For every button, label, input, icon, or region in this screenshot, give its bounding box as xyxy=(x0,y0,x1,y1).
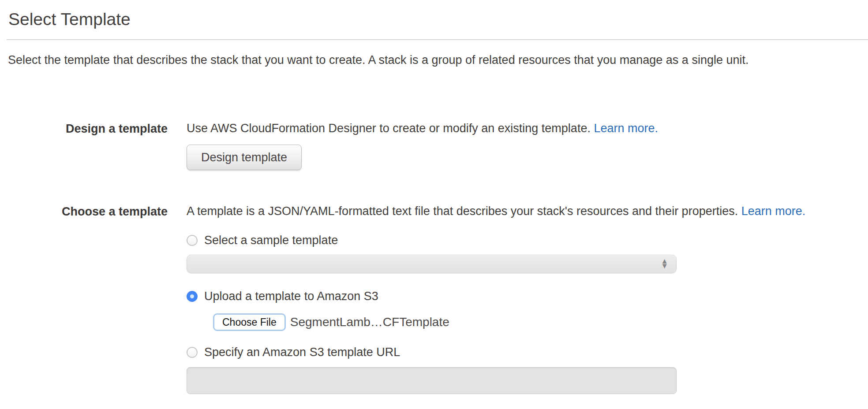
page-title: Select Template xyxy=(0,0,868,29)
select-template-page: Select Template Select the template that… xyxy=(0,0,868,409)
file-upload-row: Choose File SegmentLamb…CFTemplate xyxy=(213,313,868,331)
design-template-description-text: Use AWS CloudFormation Designer to creat… xyxy=(187,122,591,135)
radio-button-sample-template[interactable] xyxy=(187,235,198,246)
choose-learn-more-link[interactable]: Learn more. xyxy=(741,204,806,218)
design-learn-more-link[interactable]: Learn more. xyxy=(594,122,658,135)
choose-template-description-text: A template is a JSON/YAML-formatted text… xyxy=(187,204,738,218)
sample-template-dropdown[interactable]: ▲▼ xyxy=(187,255,677,273)
radio-option-upload-template[interactable]: Upload a template to Amazon S3 xyxy=(187,290,868,303)
page-description: Select the template that describes the s… xyxy=(8,53,868,67)
radio-option-s3-url[interactable]: Specify an Amazon S3 template URL xyxy=(187,346,868,359)
radio-label-sample-template: Select a sample template xyxy=(204,234,338,247)
design-template-content: Use AWS CloudFormation Designer to creat… xyxy=(187,122,868,170)
choose-template-label: Choose a template xyxy=(0,204,168,219)
design-template-row: Design a template Use AWS CloudFormation… xyxy=(0,122,868,170)
choose-template-row: Choose a template A template is a JSON/Y… xyxy=(0,204,868,394)
choose-template-content: A template is a JSON/YAML-formatted text… xyxy=(187,204,868,394)
radio-label-s3-url: Specify an Amazon S3 template URL xyxy=(204,346,400,359)
radio-label-upload-template: Upload a template to Amazon S3 xyxy=(204,290,378,303)
title-divider xyxy=(7,39,868,40)
chevron-down-icon: ▼ xyxy=(661,264,668,269)
radio-option-sample-template[interactable]: Select a sample template xyxy=(187,234,868,247)
design-template-label: Design a template xyxy=(0,122,168,136)
design-template-description: Use AWS CloudFormation Designer to creat… xyxy=(187,122,868,135)
radio-button-upload-template[interactable] xyxy=(187,291,198,302)
design-template-button[interactable]: Design template xyxy=(187,145,302,170)
dropdown-stepper-icon: ▲▼ xyxy=(661,259,668,268)
choose-template-description: A template is a JSON/YAML-formatted text… xyxy=(187,204,868,218)
choose-file-button[interactable]: Choose File xyxy=(213,313,286,331)
radio-button-s3-url[interactable] xyxy=(187,347,198,358)
selected-file-name: SegmentLamb…CFTemplate xyxy=(290,315,449,329)
select-template-form: Design a template Use AWS CloudFormation… xyxy=(0,122,868,394)
s3-template-url-input[interactable] xyxy=(187,367,677,394)
